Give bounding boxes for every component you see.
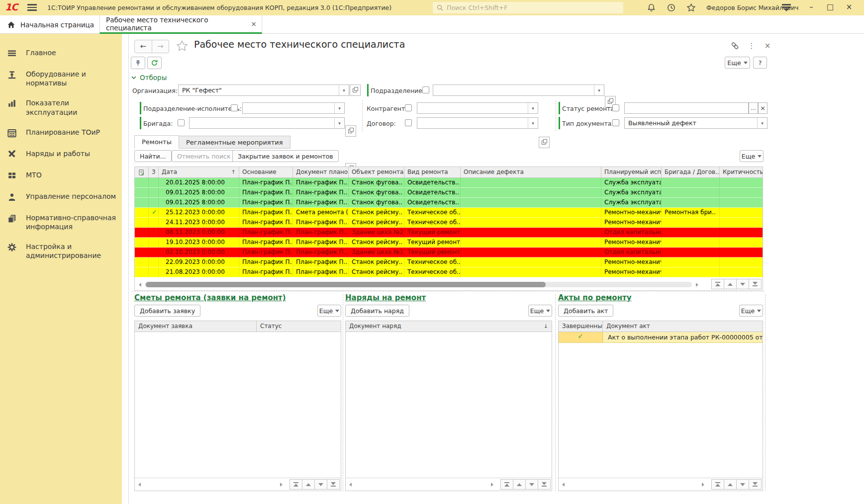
estimates-col-doc[interactable]: Документ заявка [135,321,257,332]
refresh-button[interactable] [147,57,162,69]
department-executor-checkbox[interactable] [231,104,238,111]
panel-splitter[interactable] [555,294,556,491]
cancel-search-button[interactable]: Отменить поиск [172,150,236,162]
table-cell[interactable]: Отдел капитально.. [601,228,662,237]
add-order-button[interactable]: Добавить наряд [345,305,409,317]
scroll-left-icon[interactable] [562,483,565,487]
go-next-button[interactable] [736,479,749,490]
combo-arrow-icon[interactable]: ▾ [339,85,349,95]
table-cell[interactable] [149,218,159,227]
repair-status-field[interactable] [624,102,749,114]
table-cell[interactable]: Служба эксплуата.. [601,188,662,197]
orders-title-link[interactable]: Наряды на ремонт [345,293,426,302]
table-row[interactable]: 22.09.2023 0:00:00План-график П..План-гр… [135,257,763,267]
table-cell[interactable] [662,188,720,197]
table-cell[interactable]: Техническое об.. [404,257,461,267]
table-cell[interactable] [720,178,763,187]
table-cell[interactable]: Освидетельств.. [404,188,461,197]
table-cell[interactable]: Техническое об.. [404,267,461,277]
table-cell[interactable] [461,228,601,237]
sidebar-item-8[interactable]: Настройка и администрирование [0,237,122,265]
table-cell[interactable] [461,267,601,277]
table-cell[interactable] [149,257,159,267]
table-cell[interactable]: 22.09.2023 0:00:00 [159,257,239,267]
table-cell[interactable]: Текущий ремонт [404,228,461,237]
scroll-right-icon[interactable] [702,483,704,487]
orders-more-button[interactable]: Еще [528,305,552,317]
table-row[interactable]: 09.01.2025 8:00:00План-график П..План-гр… [135,188,763,198]
table-cell[interactable]: Техническое об.. [404,218,461,227]
table-cell[interactable] [461,208,601,217]
acts-title-link[interactable]: Акты по ремонту [558,293,631,302]
go-first-button[interactable] [289,479,302,490]
favorites-star-icon[interactable] [686,3,696,13]
window-minimize-button[interactable]: – [805,2,818,13]
service-menu-icon[interactable] [782,4,791,11]
filters-splitter[interactable] [362,100,363,131]
acts-col-completed[interactable]: Завершенные [559,321,603,332]
get-link-icon[interactable] [730,41,740,50]
sidebar-item-3[interactable]: Планирование ТОиР [0,122,122,144]
column-header[interactable]: Объект ремонта [349,167,404,177]
table-cell[interactable] [461,178,601,187]
panels-splitter[interactable] [132,291,765,292]
window-close-button[interactable]: × [843,2,856,13]
table-cell[interactable]: План-график П.. [239,257,293,267]
department-checkbox[interactable] [422,86,429,93]
table-cell[interactable]: 25.12.2023 0:00:00 [159,208,239,217]
add-act-button[interactable]: Добавить акт [558,305,613,317]
table-cell[interactable]: План-график П.. [293,188,349,197]
act-completed-cell[interactable]: ✓ [559,332,603,342]
table-cell[interactable]: Ремонтно-механич.. [601,238,662,247]
estimates-more-button[interactable]: Еще [317,305,341,317]
table-cell[interactable] [149,248,159,257]
notifications-bell-icon[interactable] [647,3,657,13]
table-cell[interactable] [135,267,149,277]
table-cell[interactable] [720,257,763,267]
table-cell[interactable] [720,248,763,257]
table-cell[interactable]: Станок фугова.. [349,188,404,197]
table-cell[interactable] [461,257,601,267]
contractor-open-button[interactable] [539,137,550,148]
tab-close-icon[interactable]: × [251,20,257,28]
table-cell[interactable]: План-график П.. [239,228,293,237]
table-cell[interactable]: Здание цеха №1 [349,248,404,257]
table-cell[interactable]: Ремонтно-механич.. [601,257,662,267]
table-cell[interactable]: План-график П.. [239,208,293,217]
table-cell[interactable]: 09.01.2025 8:00:00 [159,188,239,197]
table-cell[interactable]: Ремонтно-механич.. [601,218,662,227]
table-cell[interactable]: 08.11.2023 0:00:00 [159,228,239,237]
table-row[interactable]: 09.01.2025 8:00:00План-график П..План-гр… [135,198,763,208]
table-cell[interactable]: Станок рейсму.. [349,238,404,247]
column-header[interactable]: Дата↑ [159,167,239,177]
table-cell[interactable] [149,178,159,187]
table-cell[interactable]: Ремонтная бри.. [662,208,720,217]
act-row[interactable]: ✓Акт о выполнении этапа работ РК-0000000… [559,332,763,343]
table-cell[interactable]: План-график П.. [239,218,293,227]
add-estimate-button[interactable]: Добавить заявку [134,305,200,317]
find-button[interactable]: Найти... [134,150,172,162]
acts-more-button[interactable]: Еще [739,305,763,317]
table-row[interactable]: ✓25.12.2023 0:00:00План-график П..Смета … [135,208,763,218]
table-cell[interactable] [662,257,720,267]
sidebar-item-2[interactable]: Показатели эксплуатации [0,93,122,122]
table-cell[interactable]: План-график П.. [293,238,349,247]
table-cell[interactable] [135,248,149,257]
combo-arrow-icon[interactable]: ▾ [594,85,604,95]
close-requests-button[interactable]: Закрытие заявок и ремонтов [232,150,339,162]
column-header[interactable]: Планируемый испо.. [601,167,662,177]
table-cell[interactable] [720,208,763,217]
table-cell[interactable] [720,198,763,207]
go-prev-button[interactable] [513,479,526,490]
combo-arrow-icon[interactable]: ▾ [528,118,538,128]
contract-combo[interactable]: ▾ [417,117,538,129]
table-cell[interactable]: Освидетельств.. [404,198,461,207]
table-cell[interactable]: Станок фугова.. [349,198,404,207]
table-cell[interactable]: 19.10.2023 0:00:00 [159,238,239,247]
table-cell[interactable] [662,267,720,277]
sidebar-item-5[interactable]: МТО [0,165,122,186]
scroll-right-icon[interactable] [491,483,493,487]
table-cell[interactable] [662,178,720,187]
table-cell[interactable]: Техническое об.. [404,208,461,217]
panel-splitter[interactable] [343,294,343,491]
